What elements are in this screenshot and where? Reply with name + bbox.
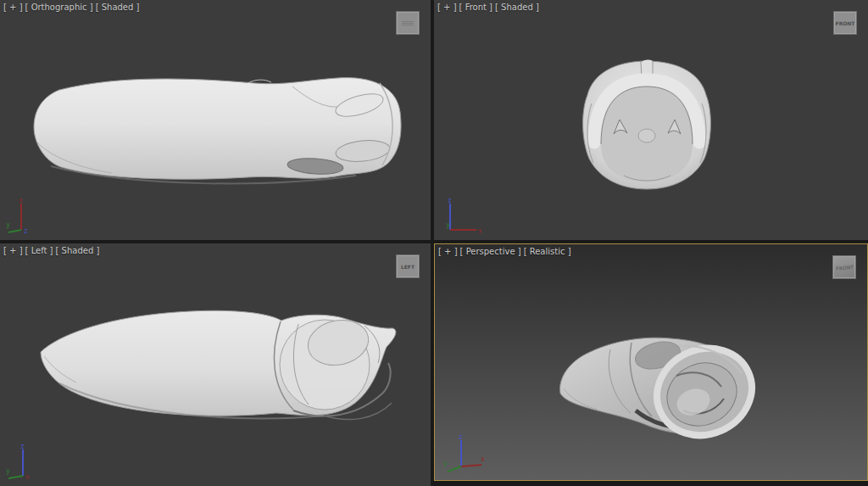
viewport-label: [ + ] [ Front ] [ Shaded ] bbox=[437, 3, 539, 13]
viewport-menu-general[interactable]: [ + ] bbox=[3, 3, 23, 13]
viewport-menu-pov[interactable]: [ Front ] bbox=[459, 3, 492, 13]
viewcube-face-label: FRONT bbox=[836, 20, 855, 26]
viewport-menu-shading[interactable]: [ Realistic ] bbox=[524, 247, 571, 257]
viewport-label: [ + ] [ Perspective ] [ Realistic ] bbox=[438, 247, 571, 257]
svg-text:x: x bbox=[481, 455, 485, 463]
svg-text:y: y bbox=[443, 460, 448, 467]
viewport-label: [ + ] [ Orthographic ] [ Shaded ] bbox=[3, 3, 139, 13]
viewcube-edge-lines bbox=[402, 20, 414, 26]
viewport-menu-shading[interactable]: [ Shaded ] bbox=[56, 246, 100, 256]
viewport-menu-general[interactable]: [ + ] bbox=[437, 3, 457, 13]
viewcube-icon[interactable] bbox=[396, 11, 420, 35]
viewport-left[interactable]: [ + ] [ Left ] [ Shaded ] LEFT z y x bbox=[0, 243, 431, 486]
svg-text:y: y bbox=[6, 467, 10, 475]
svg-text:x: x bbox=[25, 473, 30, 481]
model-top-view[interactable] bbox=[0, 0, 431, 240]
viewport-menu-pov[interactable]: [ Perspective ] bbox=[460, 247, 521, 257]
viewport-front[interactable]: [ + ] [ Front ] [ Shaded ] FRONT z x bbox=[434, 0, 868, 240]
model-perspective-view[interactable] bbox=[435, 244, 867, 480]
world-axis-gizmo: z x y bbox=[439, 434, 488, 475]
svg-text:z: z bbox=[20, 443, 25, 450]
viewcube-icon[interactable]: LEFT bbox=[396, 254, 420, 278]
svg-text:y: y bbox=[446, 221, 450, 229]
viewport-perspective-active[interactable]: [ + ] [ Perspective ] [ Realistic ] FRON… bbox=[434, 243, 868, 481]
viewport-orthographic[interactable]: [ + ] [ Orthographic ] [ Shaded ] x y bbox=[0, 0, 431, 240]
world-axis-gizmo: x y z bbox=[4, 196, 50, 235]
model-left-view[interactable] bbox=[0, 243, 431, 486]
viewport-label: [ + ] [ Left ] [ Shaded ] bbox=[3, 246, 99, 256]
world-axis-gizmo: z x y bbox=[438, 196, 486, 235]
viewport-menu-general[interactable]: [ + ] bbox=[438, 247, 458, 257]
viewport-menu-general[interactable]: [ + ] bbox=[3, 246, 23, 256]
viewcube-icon[interactable]: FRONT bbox=[832, 255, 856, 279]
svg-text:x: x bbox=[19, 197, 23, 204]
viewport-menu-pov[interactable]: [ Left ] bbox=[25, 246, 53, 256]
viewcube-face-label: FRONT bbox=[835, 263, 853, 271]
svg-text:z: z bbox=[448, 197, 452, 204]
svg-text:y: y bbox=[6, 221, 10, 229]
viewport-menu-pov[interactable]: [ Orthographic ] bbox=[25, 3, 93, 13]
viewcube-face-label: LEFT bbox=[401, 264, 415, 270]
viewcube-icon[interactable]: FRONT bbox=[833, 11, 857, 35]
svg-text:x: x bbox=[478, 227, 482, 235]
world-axis-gizmo: z y x bbox=[4, 442, 50, 481]
viewport-menu-shading[interactable]: [ Shaded ] bbox=[495, 3, 539, 13]
viewport-menu-shading[interactable]: [ Shaded ] bbox=[96, 3, 140, 13]
svg-text:z: z bbox=[24, 227, 28, 235]
model-front-view[interactable] bbox=[434, 0, 868, 240]
svg-text:z: z bbox=[459, 434, 463, 441]
